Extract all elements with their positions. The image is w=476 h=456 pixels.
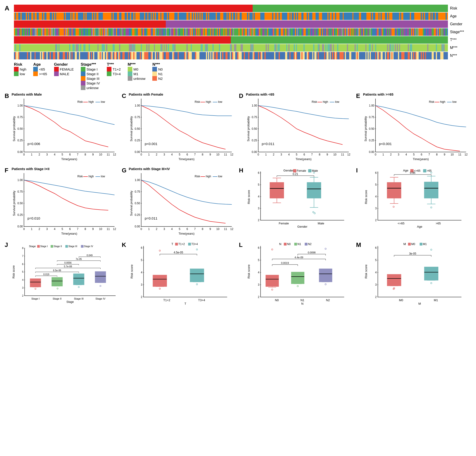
svg-text:8: 8 bbox=[85, 153, 86, 156]
legend-m: M*** M0 M1 unknow bbox=[128, 62, 145, 81]
svg-text:2: 2 bbox=[39, 153, 40, 156]
svg-text:0.0019: 0.0019 bbox=[281, 262, 289, 264]
svg-text:0.75: 0.75 bbox=[17, 116, 23, 119]
svg-text:Survival probability: Survival probability bbox=[364, 116, 367, 141]
panel-b-title: Patients with Male bbox=[12, 92, 120, 96]
svg-text:0: 0 bbox=[374, 153, 376, 156]
svg-point-265 bbox=[393, 206, 394, 207]
svg-text:5: 5 bbox=[178, 153, 180, 156]
heatmap-gender-label: Gender bbox=[448, 22, 471, 26]
svg-text:0.0056: 0.0056 bbox=[64, 262, 72, 264]
svg-text:5: 5 bbox=[258, 183, 260, 186]
svg-rect-281 bbox=[51, 245, 53, 248]
svg-text:N: N bbox=[301, 302, 304, 305]
svg-text:2: 2 bbox=[258, 295, 260, 299]
svg-text:Gender: Gender bbox=[283, 169, 294, 172]
heatmap-age-row: Age bbox=[14, 13, 471, 20]
svg-text:5: 5 bbox=[22, 270, 24, 273]
svg-text:Female: Female bbox=[279, 222, 289, 225]
svg-text:Time(years): Time(years) bbox=[61, 157, 77, 161]
svg-text:p<0.001: p<0.001 bbox=[145, 142, 157, 146]
svg-text:6.5e-06: 6.5e-06 bbox=[53, 269, 61, 272]
svg-text:4: 4 bbox=[288, 153, 290, 156]
svg-point-432 bbox=[272, 249, 273, 250]
panel-d-title: Patients with <65 bbox=[246, 92, 354, 96]
svg-text:<=65: <=65 bbox=[398, 222, 405, 225]
svg-text:12: 12 bbox=[113, 227, 116, 231]
svg-rect-462 bbox=[408, 243, 411, 246]
svg-rect-241 bbox=[423, 169, 426, 172]
svg-text:0.019: 0.019 bbox=[43, 273, 49, 276]
svg-text:3: 3 bbox=[141, 283, 142, 286]
svg-text:7: 7 bbox=[428, 153, 430, 156]
svg-point-315 bbox=[35, 288, 36, 290]
svg-rect-279 bbox=[37, 245, 40, 248]
svg-text:9: 9 bbox=[92, 227, 94, 231]
svg-text:11: 11 bbox=[341, 153, 344, 156]
svg-text:7: 7 bbox=[194, 227, 196, 231]
svg-text:0.75: 0.75 bbox=[135, 190, 140, 193]
svg-text:p=0.006: p=0.006 bbox=[27, 142, 40, 146]
svg-text:T3+4: T3+4 bbox=[191, 242, 198, 246]
svg-text:0: 0 bbox=[23, 227, 25, 231]
svg-rect-384 bbox=[153, 275, 167, 287]
svg-text:5.7e-08: 5.7e-08 bbox=[64, 265, 72, 268]
svg-text:3: 3 bbox=[22, 286, 24, 289]
panel-k: K T T1+2 T3+4 2 3 4 5 6 bbox=[122, 241, 237, 314]
svg-text:2: 2 bbox=[156, 153, 157, 156]
panel-i: I Age <=65 >65 2 3 4 5 6 bbox=[356, 167, 472, 239]
panel-c-title: Patients with Female bbox=[129, 92, 237, 96]
svg-text:1.00: 1.00 bbox=[135, 178, 140, 182]
panel-e-title: Patients with >=65 bbox=[363, 92, 472, 96]
svg-text:Risk: Risk bbox=[312, 100, 317, 103]
svg-text:0.0098: 0.0098 bbox=[308, 251, 315, 254]
svg-text:Male: Male bbox=[312, 169, 318, 172]
svg-rect-285 bbox=[81, 245, 84, 248]
svg-text:6: 6 bbox=[186, 153, 188, 156]
svg-text:Stage I: Stage I bbox=[40, 245, 48, 248]
svg-text:Risk: Risk bbox=[195, 175, 200, 178]
svg-text:3: 3 bbox=[375, 283, 377, 286]
svg-text:1.00: 1.00 bbox=[369, 104, 374, 107]
svg-text:high: high bbox=[88, 100, 94, 103]
svg-point-389 bbox=[159, 250, 161, 251]
svg-text:3: 3 bbox=[398, 153, 399, 156]
svg-text:4: 4 bbox=[141, 271, 142, 274]
svg-point-448 bbox=[325, 248, 326, 249]
svg-text:5: 5 bbox=[178, 227, 180, 231]
svg-text:low: low bbox=[452, 100, 457, 103]
svg-rect-325 bbox=[73, 274, 84, 285]
svg-rect-403 bbox=[284, 243, 287, 246]
svg-text:Time(years): Time(years) bbox=[296, 157, 312, 161]
svg-text:0.25: 0.25 bbox=[17, 139, 23, 142]
svg-point-397 bbox=[196, 249, 198, 250]
svg-text:5: 5 bbox=[61, 227, 63, 231]
panel-g-svg: 0.00 0.25 0.50 0.75 1.00 0 1 2 3 4 5 bbox=[129, 171, 237, 238]
svg-point-497 bbox=[431, 249, 432, 250]
svg-rect-443 bbox=[319, 269, 332, 282]
svg-text:10: 10 bbox=[99, 227, 102, 231]
svg-text:0.00: 0.00 bbox=[135, 225, 140, 228]
svg-text:2: 2 bbox=[141, 295, 142, 299]
heatmap-t-row: T*** bbox=[14, 36, 471, 44]
svg-text:11: 11 bbox=[224, 153, 227, 156]
svg-text:low: low bbox=[335, 100, 339, 103]
panel-h-svg: Gender Female Male 2 3 4 5 6 bbox=[246, 167, 354, 234]
svg-rect-364 bbox=[188, 243, 191, 246]
heatmap-n-row: N*** bbox=[14, 52, 471, 59]
svg-text:high: high bbox=[440, 100, 445, 103]
svg-text:6: 6 bbox=[375, 246, 377, 249]
svg-text:M1: M1 bbox=[434, 298, 438, 302]
legend-t: T*** T1+2 T3+4 bbox=[107, 62, 121, 76]
svg-text:N: N bbox=[279, 242, 281, 246]
svg-text:0.75: 0.75 bbox=[252, 116, 257, 119]
svg-text:high: high bbox=[88, 175, 94, 178]
svg-text:8: 8 bbox=[202, 153, 203, 156]
svg-text:0.00: 0.00 bbox=[17, 225, 23, 228]
svg-text:4: 4 bbox=[171, 227, 172, 231]
svg-text:4: 4 bbox=[171, 153, 172, 156]
svg-text:M1: M1 bbox=[423, 242, 427, 246]
svg-text:N0: N0 bbox=[287, 242, 291, 246]
svg-text:2: 2 bbox=[375, 219, 377, 222]
svg-text:Survival probability: Survival probability bbox=[246, 116, 250, 141]
